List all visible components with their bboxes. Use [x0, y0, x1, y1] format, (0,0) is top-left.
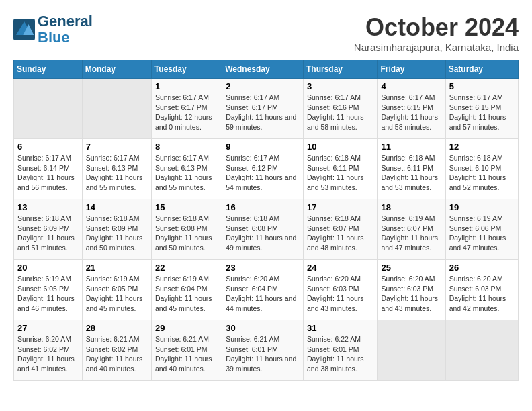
calendar-cell: 14Sunrise: 6:18 AM Sunset: 6:09 PM Dayli… [82, 199, 151, 260]
day-number: 6 [17, 142, 79, 152]
day-number: 15 [155, 202, 218, 212]
weekday-header: Saturday [445, 60, 518, 79]
calendar-cell: 12Sunrise: 6:18 AM Sunset: 6:10 PM Dayli… [445, 139, 518, 199]
day-content: Sunrise: 6:19 AM Sunset: 6:06 PM Dayligh… [449, 214, 515, 253]
day-content: Sunrise: 6:18 AM Sunset: 6:08 PM Dayligh… [226, 214, 300, 253]
day-number: 30 [226, 323, 300, 333]
calendar-cell: 7Sunrise: 6:17 AM Sunset: 6:13 PM Daylig… [82, 139, 151, 199]
day-content: Sunrise: 6:17 AM Sunset: 6:14 PM Dayligh… [17, 153, 79, 193]
day-number: 10 [307, 142, 373, 152]
day-number: 26 [449, 263, 515, 273]
calendar-cell: 1Sunrise: 6:17 AM Sunset: 6:17 PM Daylig… [151, 79, 222, 139]
week-row: 20Sunrise: 6:19 AM Sunset: 6:05 PM Dayli… [14, 260, 519, 320]
day-number: 4 [381, 81, 441, 91]
day-content: Sunrise: 6:17 AM Sunset: 6:13 PM Dayligh… [155, 153, 218, 193]
day-content: Sunrise: 6:18 AM Sunset: 6:11 PM Dayligh… [307, 153, 373, 193]
calendar-cell: 16Sunrise: 6:18 AM Sunset: 6:08 PM Dayli… [222, 199, 304, 260]
day-content: Sunrise: 6:18 AM Sunset: 6:10 PM Dayligh… [449, 153, 515, 193]
month-title: October 2024 [354, 13, 519, 42]
day-number: 17 [307, 202, 373, 212]
day-number: 11 [381, 142, 441, 152]
day-number: 14 [86, 202, 148, 212]
day-number: 20 [17, 263, 79, 273]
day-content: Sunrise: 6:18 AM Sunset: 6:08 PM Dayligh… [155, 214, 218, 253]
day-number: 22 [155, 263, 218, 273]
day-number: 24 [307, 263, 373, 273]
day-content: Sunrise: 6:21 AM Sunset: 6:02 PM Dayligh… [86, 334, 148, 374]
day-number: 28 [86, 323, 148, 333]
day-number: 7 [86, 142, 148, 152]
calendar-cell: 9Sunrise: 6:17 AM Sunset: 6:12 PM Daylig… [222, 139, 304, 199]
day-content: Sunrise: 6:20 AM Sunset: 6:03 PM Dayligh… [307, 274, 373, 314]
location: Narasimharajapura, Karnataka, India [354, 42, 519, 53]
day-number: 1 [155, 81, 218, 91]
day-content: Sunrise: 6:17 AM Sunset: 6:12 PM Dayligh… [226, 153, 300, 193]
calendar-cell: 6Sunrise: 6:17 AM Sunset: 6:14 PM Daylig… [14, 139, 83, 199]
day-number: 27 [17, 323, 79, 333]
calendar-cell: 31Sunrise: 6:22 AM Sunset: 6:01 PM Dayli… [303, 320, 377, 381]
calendar-cell: 20Sunrise: 6:19 AM Sunset: 6:05 PM Dayli… [14, 260, 83, 320]
weekday-header: Thursday [303, 60, 377, 79]
day-content: Sunrise: 6:19 AM Sunset: 6:04 PM Dayligh… [155, 274, 218, 314]
day-number: 21 [86, 263, 148, 273]
calendar-cell: 18Sunrise: 6:19 AM Sunset: 6:07 PM Dayli… [378, 199, 445, 260]
week-row: 13Sunrise: 6:18 AM Sunset: 6:09 PM Dayli… [14, 199, 519, 260]
day-number: 9 [226, 142, 300, 152]
day-content: Sunrise: 6:19 AM Sunset: 6:05 PM Dayligh… [86, 274, 148, 314]
calendar-cell: 23Sunrise: 6:20 AM Sunset: 6:04 PM Dayli… [222, 260, 304, 320]
calendar-cell: 3Sunrise: 6:17 AM Sunset: 6:16 PM Daylig… [303, 79, 377, 139]
day-content: Sunrise: 6:17 AM Sunset: 6:17 PM Dayligh… [155, 93, 218, 132]
day-number: 23 [226, 263, 300, 273]
day-content: Sunrise: 6:17 AM Sunset: 6:13 PM Dayligh… [86, 153, 148, 193]
calendar-cell: 25Sunrise: 6:20 AM Sunset: 6:03 PM Dayli… [378, 260, 445, 320]
calendar-cell [14, 79, 83, 139]
day-number: 31 [307, 323, 373, 333]
calendar-cell [378, 320, 445, 381]
calendar-cell: 30Sunrise: 6:21 AM Sunset: 6:01 PM Dayli… [222, 320, 304, 381]
week-row: 27Sunrise: 6:20 AM Sunset: 6:02 PM Dayli… [14, 320, 519, 381]
day-content: Sunrise: 6:20 AM Sunset: 6:03 PM Dayligh… [381, 274, 441, 314]
day-content: Sunrise: 6:17 AM Sunset: 6:15 PM Dayligh… [449, 93, 515, 132]
day-content: Sunrise: 6:17 AM Sunset: 6:16 PM Dayligh… [307, 93, 373, 132]
page-header: General Blue October 2024 Narasimharajap… [13, 13, 519, 53]
day-content: Sunrise: 6:19 AM Sunset: 6:05 PM Dayligh… [17, 274, 79, 314]
calendar-cell: 29Sunrise: 6:21 AM Sunset: 6:01 PM Dayli… [151, 320, 222, 381]
weekday-header-row: SundayMondayTuesdayWednesdayThursdayFrid… [14, 60, 519, 79]
weekday-header: Sunday [14, 60, 83, 79]
logo: General Blue [13, 13, 93, 46]
day-content: Sunrise: 6:22 AM Sunset: 6:01 PM Dayligh… [307, 334, 373, 374]
week-row: 6Sunrise: 6:17 AM Sunset: 6:14 PM Daylig… [14, 139, 519, 199]
calendar-cell: 11Sunrise: 6:18 AM Sunset: 6:11 PM Dayli… [378, 139, 445, 199]
day-number: 19 [449, 202, 515, 212]
calendar-table: SundayMondayTuesdayWednesdayThursdayFrid… [13, 60, 519, 381]
calendar-cell: 10Sunrise: 6:18 AM Sunset: 6:11 PM Dayli… [303, 139, 377, 199]
day-content: Sunrise: 6:17 AM Sunset: 6:15 PM Dayligh… [381, 93, 441, 132]
day-number: 5 [449, 81, 515, 91]
calendar-cell: 21Sunrise: 6:19 AM Sunset: 6:05 PM Dayli… [82, 260, 151, 320]
week-row: 1Sunrise: 6:17 AM Sunset: 6:17 PM Daylig… [14, 79, 519, 139]
day-content: Sunrise: 6:21 AM Sunset: 6:01 PM Dayligh… [155, 334, 218, 374]
day-number: 3 [307, 81, 373, 91]
calendar-cell: 19Sunrise: 6:19 AM Sunset: 6:06 PM Dayli… [445, 199, 518, 260]
day-content: Sunrise: 6:20 AM Sunset: 6:02 PM Dayligh… [17, 334, 79, 374]
calendar-cell: 24Sunrise: 6:20 AM Sunset: 6:03 PM Dayli… [303, 260, 377, 320]
day-content: Sunrise: 6:21 AM Sunset: 6:01 PM Dayligh… [226, 334, 300, 374]
calendar-cell: 5Sunrise: 6:17 AM Sunset: 6:15 PM Daylig… [445, 79, 518, 139]
calendar-cell: 28Sunrise: 6:21 AM Sunset: 6:02 PM Dayli… [82, 320, 151, 381]
day-number: 12 [449, 142, 515, 152]
day-number: 2 [226, 81, 300, 91]
calendar-cell [445, 320, 518, 381]
calendar-cell: 15Sunrise: 6:18 AM Sunset: 6:08 PM Dayli… [151, 199, 222, 260]
logo-text-blue: Blue [38, 30, 93, 46]
day-content: Sunrise: 6:20 AM Sunset: 6:03 PM Dayligh… [449, 274, 515, 314]
logo-text-general: General [38, 13, 93, 30]
calendar-cell: 13Sunrise: 6:18 AM Sunset: 6:09 PM Dayli… [14, 199, 83, 260]
calendar-cell: 22Sunrise: 6:19 AM Sunset: 6:04 PM Dayli… [151, 260, 222, 320]
weekday-header: Friday [378, 60, 445, 79]
day-content: Sunrise: 6:18 AM Sunset: 6:11 PM Dayligh… [381, 153, 441, 193]
day-number: 25 [381, 263, 441, 273]
day-content: Sunrise: 6:19 AM Sunset: 6:07 PM Dayligh… [381, 214, 441, 253]
day-number: 8 [155, 142, 218, 152]
day-content: Sunrise: 6:18 AM Sunset: 6:09 PM Dayligh… [86, 214, 148, 253]
calendar-cell [82, 79, 151, 139]
